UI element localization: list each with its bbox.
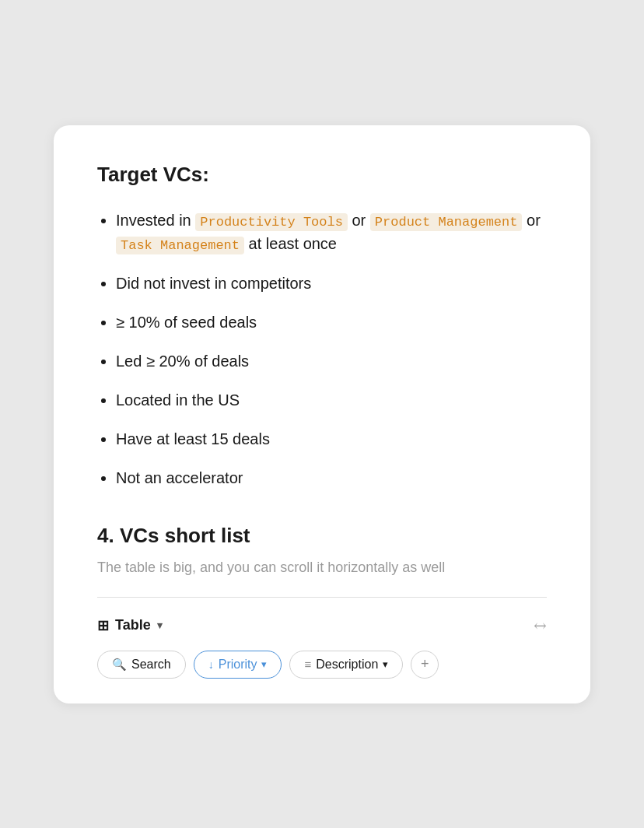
list-item-seed-deals: ≥ 10% of seed deals xyxy=(116,310,547,334)
search-icon: 🔍 xyxy=(112,658,127,672)
tag-product-management: Product Management xyxy=(370,213,523,231)
priority-down-icon: ↓ xyxy=(208,658,214,671)
horizontal-divider xyxy=(97,597,547,598)
no-competitors-text: Did not invest in competitors xyxy=(116,275,311,292)
priority-label: Priority xyxy=(219,658,257,672)
expand-icon[interactable]: ⤢ xyxy=(529,614,551,637)
invested-in-text-after: at least once xyxy=(244,235,337,252)
description-list-icon: ≡ xyxy=(304,658,311,671)
target-vcs-list: Invested in Productivity Tools or Produc… xyxy=(97,209,547,489)
description-chevron-icon: ▾ xyxy=(383,658,388,670)
section4-title: 4. VCs short list xyxy=(97,524,547,548)
table-chevron-icon: ▾ xyxy=(157,619,163,631)
search-label: Search xyxy=(131,658,171,672)
list-item-us-location: Located in the US xyxy=(116,388,547,412)
table-header-row: ⊞ Table ▾ ⤢ xyxy=(97,616,547,635)
list-item-led-deals: Led ≥ 20% of deals xyxy=(116,349,547,373)
description-button[interactable]: ≡ Description ▾ xyxy=(289,651,403,679)
seed-deals-text: ≥ 10% of seed deals xyxy=(116,314,257,331)
table-label-text: Table xyxy=(115,617,151,633)
main-card: Target VCs: Invested in Productivity Too… xyxy=(54,125,590,703)
add-column-button[interactable]: + xyxy=(411,651,439,679)
section4-divider: 4. VCs short list The table is big, and … xyxy=(97,524,547,578)
list-item-no-competitors: Did not invest in competitors xyxy=(116,272,547,295)
section4-description: The table is big, and you can scroll it … xyxy=(97,557,547,578)
list-item-not-accelerator: Not an accelerator xyxy=(116,466,547,489)
list-item-min-deals: Have at least 15 deals xyxy=(116,427,547,451)
description-label: Description xyxy=(316,658,378,672)
search-button[interactable]: 🔍 Search xyxy=(97,651,186,679)
priority-chevron-icon: ▾ xyxy=(261,658,267,670)
priority-button[interactable]: ↓ Priority ▾ xyxy=(194,651,282,679)
tag-task-management: Task Management xyxy=(116,237,244,254)
target-vcs-title: Target VCs: xyxy=(97,163,547,187)
tag-productivity-tools: Productivity Tools xyxy=(195,213,348,231)
table-label-btn[interactable]: ⊞ Table ▾ xyxy=(97,617,163,634)
list-item-invested-in: Invested in Productivity Tools or Produc… xyxy=(116,209,547,256)
connector-1: or xyxy=(348,212,370,229)
table-grid-icon: ⊞ xyxy=(97,617,109,634)
connector-2: or xyxy=(522,212,540,229)
min-deals-text: Have at least 15 deals xyxy=(116,430,270,447)
invested-in-text-before: Invested in xyxy=(116,212,195,229)
plus-icon: + xyxy=(421,656,429,672)
toolbar-row: 🔍 Search ↓ Priority ▾ ≡ Description ▾ + xyxy=(97,651,547,679)
not-accelerator-text: Not an accelerator xyxy=(116,469,243,486)
us-location-text: Located in the US xyxy=(116,391,240,409)
led-deals-text: Led ≥ 20% of deals xyxy=(116,353,249,370)
